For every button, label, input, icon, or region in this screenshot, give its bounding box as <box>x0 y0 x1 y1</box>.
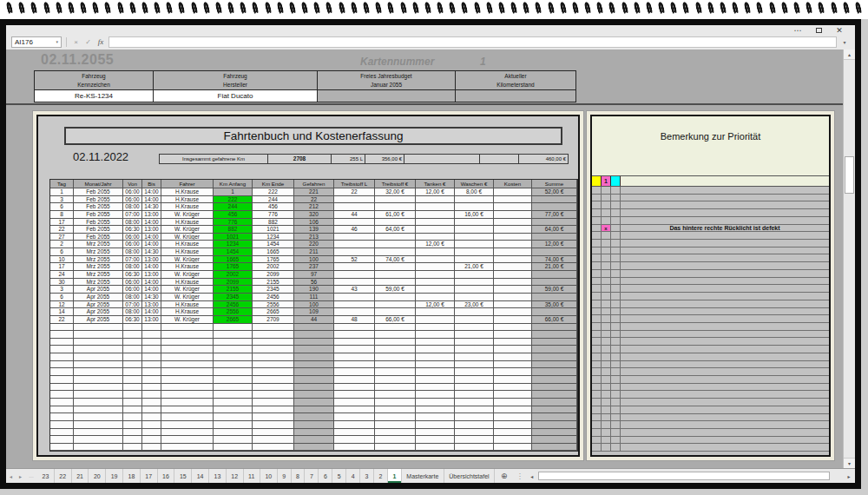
cell[interactable]: 56 <box>294 279 334 287</box>
cell[interactable] <box>74 399 123 406</box>
cell[interactable] <box>494 444 532 452</box>
cell[interactable] <box>294 406 334 414</box>
cell[interactable] <box>334 346 375 353</box>
priority-note-cell[interactable] <box>621 399 829 406</box>
cell[interactable] <box>334 219 375 227</box>
cell[interactable] <box>494 263 532 271</box>
cell[interactable]: Apr 2055 <box>74 301 123 309</box>
priority-cell[interactable] <box>611 399 621 406</box>
cell[interactable] <box>142 406 161 414</box>
priority-cell[interactable] <box>592 338 602 345</box>
cell[interactable] <box>214 339 253 346</box>
cell[interactable] <box>161 324 214 332</box>
priority-cell[interactable] <box>592 300 602 307</box>
priority-cell[interactable] <box>602 308 611 315</box>
cell[interactable]: Mrz 2055 <box>74 256 123 264</box>
priority-cell[interactable] <box>611 323 621 330</box>
cell[interactable] <box>334 399 375 406</box>
cell[interactable]: 06:30 <box>123 316 142 324</box>
cell[interactable]: 32,00 € <box>375 188 416 196</box>
cell[interactable] <box>532 421 577 429</box>
cell[interactable]: W. Krüger <box>161 271 214 279</box>
cell[interactable] <box>494 316 532 324</box>
cell[interactable] <box>74 421 123 429</box>
cell[interactable]: W. Krüger <box>161 226 214 234</box>
cell[interactable] <box>416 211 455 219</box>
sheet-tab-Masterkarte[interactable]: Masterkarte <box>402 469 444 483</box>
cell[interactable] <box>142 376 161 384</box>
priority-cell[interactable] <box>592 293 602 300</box>
cell[interactable] <box>142 339 161 346</box>
cell[interactable] <box>532 196 577 204</box>
cell[interactable] <box>494 219 532 227</box>
cell[interactable] <box>214 429 253 437</box>
cell[interactable] <box>294 376 334 384</box>
cell[interactable] <box>50 346 74 353</box>
cell[interactable] <box>161 436 214 444</box>
sheet-tab-13[interactable]: 13 <box>209 469 227 483</box>
cell[interactable] <box>334 234 375 241</box>
cell[interactable] <box>334 384 375 392</box>
cell[interactable]: 14:30 <box>142 294 161 301</box>
cell[interactable] <box>214 413 253 421</box>
priority-cell[interactable] <box>611 217 621 224</box>
cell[interactable] <box>253 391 294 399</box>
cell[interactable] <box>375 353 416 361</box>
priority-cell[interactable] <box>592 323 602 330</box>
priority-legend-cell[interactable] <box>592 176 602 186</box>
sheet-tab-6[interactable]: 6 <box>319 469 332 483</box>
cell[interactable] <box>455 421 494 429</box>
summary-cell[interactable]: 356,00 € <box>365 154 404 164</box>
cell[interactable]: 2709 <box>253 316 294 324</box>
cell[interactable]: 06:30 <box>123 271 142 279</box>
cell[interactable] <box>455 286 494 294</box>
cell[interactable] <box>494 271 532 279</box>
cell[interactable]: 320 <box>294 211 334 219</box>
priority-cell[interactable] <box>611 444 621 451</box>
cell[interactable]: 221 <box>294 188 334 196</box>
cell[interactable] <box>375 248 416 256</box>
cell[interactable] <box>123 391 142 399</box>
priority-note-cell[interactable] <box>621 195 829 201</box>
cell[interactable] <box>50 444 74 452</box>
cell[interactable]: 22 <box>334 188 375 196</box>
cell[interactable]: 2556 <box>253 301 294 309</box>
cell[interactable] <box>142 346 161 353</box>
cell[interactable] <box>532 429 577 437</box>
summary-cell[interactable]: 255 L <box>331 154 365 164</box>
cell[interactable] <box>74 384 123 392</box>
priority-note-cell[interactable] <box>621 429 829 436</box>
sheet-tab-18[interactable]: 18 <box>123 469 141 483</box>
sheet-tab-12[interactable]: 12 <box>227 469 244 483</box>
cell[interactable] <box>214 346 253 353</box>
cell[interactable] <box>123 346 142 353</box>
priority-cell[interactable] <box>611 414 621 421</box>
cell[interactable] <box>74 406 123 414</box>
cell[interactable] <box>494 256 532 264</box>
cell[interactable] <box>416 339 455 346</box>
cell[interactable] <box>532 271 577 279</box>
cell[interactable] <box>375 384 416 392</box>
cell[interactable] <box>494 339 532 346</box>
priority-cell[interactable] <box>602 368 611 375</box>
cell[interactable] <box>375 241 416 248</box>
cell[interactable] <box>416 413 455 421</box>
cell[interactable]: 109 <box>294 308 334 316</box>
info-value-cell[interactable]: Re-KS-1234 <box>35 90 153 102</box>
cell[interactable] <box>455 436 494 444</box>
cell[interactable] <box>253 368 294 376</box>
cell[interactable]: 14:00 <box>142 234 161 241</box>
cell[interactable] <box>532 294 577 301</box>
sheet-tab-21[interactable]: 21 <box>72 469 89 483</box>
cell[interactable] <box>50 368 74 376</box>
cell[interactable]: 213 <box>294 234 334 241</box>
cell[interactable] <box>494 399 532 406</box>
cell[interactable] <box>161 361 214 369</box>
cell[interactable] <box>161 353 214 361</box>
cell[interactable] <box>532 399 577 406</box>
cell[interactable] <box>455 339 494 346</box>
cell[interactable] <box>375 339 416 346</box>
cell[interactable] <box>123 331 142 339</box>
priority-cell[interactable] <box>592 406 602 413</box>
cell[interactable] <box>455 406 494 414</box>
